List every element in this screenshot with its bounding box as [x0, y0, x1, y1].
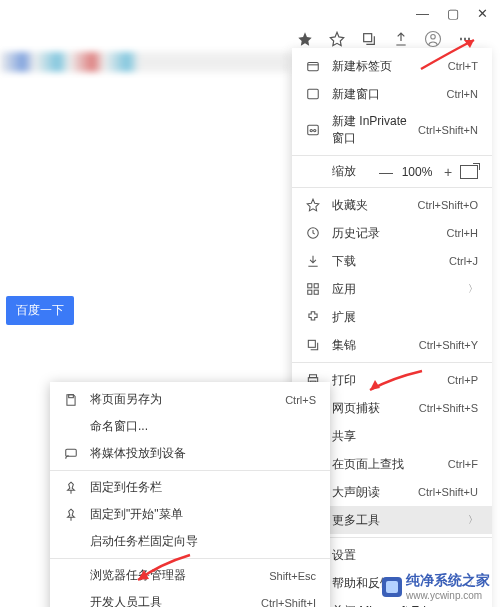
menu-label: 收藏夹: [332, 197, 417, 214]
svg-rect-3: [308, 63, 319, 71]
chevron-right-icon: 〉: [468, 282, 478, 296]
menu-extensions[interactable]: 扩展: [292, 303, 492, 331]
fullscreen-icon[interactable]: [460, 165, 478, 179]
submenu-label: 命名窗口...: [90, 418, 316, 435]
menu-history[interactable]: 历史记录 Ctrl+H: [292, 219, 492, 247]
menu-favorites[interactable]: 收藏夹 Ctrl+Shift+O: [292, 191, 492, 219]
window-icon: [304, 86, 322, 102]
menu-separator: [292, 155, 492, 156]
zoom-out-button[interactable]: —: [374, 164, 398, 180]
blank-icon: [62, 534, 80, 550]
chevron-right-icon: 〉: [468, 513, 478, 527]
close-button[interactable]: ✕: [477, 6, 488, 21]
svg-rect-13: [308, 340, 315, 347]
menu-label: 新建标签页: [332, 58, 448, 75]
menu-label: 大声朗读: [332, 484, 418, 501]
submenu-name-window[interactable]: 命名窗口...: [50, 413, 330, 440]
tab-icon: [304, 58, 322, 74]
svg-rect-0: [364, 34, 372, 42]
menu-label: 扩展: [332, 309, 478, 326]
menu-separator: [50, 558, 330, 559]
zoom-in-button[interactable]: +: [436, 164, 460, 180]
submenu-label: 固定到"开始"菜单: [90, 506, 316, 523]
history-icon: [304, 225, 322, 241]
submenu-label: 固定到任务栏: [90, 479, 316, 496]
menu-downloads[interactable]: 下载 Ctrl+J: [292, 247, 492, 275]
maximize-button[interactable]: ▢: [447, 6, 459, 21]
browser-toolbar: ⋯: [290, 28, 492, 50]
extensions-icon: [304, 309, 322, 325]
zoom-value: 100%: [398, 165, 436, 179]
watermark-url: www.ycwinp.com: [406, 590, 490, 601]
svg-rect-11: [308, 290, 312, 294]
minimize-button[interactable]: —: [416, 6, 429, 21]
submenu-label: 将页面另存为: [90, 391, 285, 408]
menu-new-window[interactable]: 新建窗口 Ctrl+N: [292, 80, 492, 108]
submenu-label: 开发人员工具: [90, 594, 261, 607]
menu-label: 共享: [332, 428, 478, 445]
blank-icon: [62, 568, 80, 584]
pin-icon: [62, 507, 80, 523]
menu-collections[interactable]: 集锦 Ctrl+Shift+Y: [292, 331, 492, 359]
collections-icon[interactable]: [360, 30, 378, 48]
share-icon[interactable]: [392, 30, 410, 48]
svg-rect-4: [308, 89, 319, 98]
apps-icon: [304, 281, 322, 297]
menu-label: 在页面上查找: [332, 456, 448, 473]
menu-apps[interactable]: 应用 〉: [292, 275, 492, 303]
svg-rect-21: [69, 394, 74, 397]
submenu-shortcut: Ctrl+S: [285, 394, 316, 406]
window-controls: — ▢ ✕: [404, 0, 500, 27]
submenu-save-as[interactable]: 将页面另存为 Ctrl+S: [50, 386, 330, 413]
submenu-label: 浏览器任务管理器: [90, 567, 269, 584]
pin-icon: [62, 480, 80, 496]
blurred-content: [0, 52, 290, 72]
svg-rect-9: [308, 284, 312, 288]
menu-shortcut: Ctrl+H: [447, 227, 478, 239]
star-icon: [304, 197, 322, 213]
menu-separator: [50, 470, 330, 471]
watermark-logo-icon: [382, 577, 402, 597]
svg-rect-5: [308, 125, 319, 134]
menu-label: 下载: [332, 253, 449, 270]
menu-new-tab[interactable]: 新建标签页 Ctrl+T: [292, 52, 492, 80]
submenu-label: 启动任务栏固定向导: [90, 533, 316, 550]
submenu-task-manager[interactable]: 浏览器任务管理器 Shift+Esc: [50, 562, 330, 589]
menu-shortcut: Ctrl+P: [447, 374, 478, 386]
submenu-pin-start[interactable]: 固定到"开始"菜单: [50, 501, 330, 528]
menu-shortcut: Ctrl+Shift+O: [417, 199, 478, 211]
menu-label: 网页捕获: [332, 400, 419, 417]
favorite-star-icon[interactable]: [296, 30, 314, 48]
svg-point-7: [314, 129, 316, 131]
submenu-cast[interactable]: 将媒体投放到设备: [50, 440, 330, 467]
blank-icon: [62, 595, 80, 608]
submenu-pin-taskbar[interactable]: 固定到任务栏: [50, 474, 330, 501]
svg-rect-22: [66, 449, 77, 456]
baidu-search-button[interactable]: 百度一下: [6, 296, 74, 325]
submenu-shortcut: Shift+Esc: [269, 570, 316, 582]
submenu-shortcut: Ctrl+Shift+I: [261, 597, 316, 608]
menu-label: 关闭 Microsoft Edge: [332, 603, 478, 608]
zoom-label: 缩放: [332, 163, 374, 180]
menu-label: 设置: [332, 547, 478, 564]
menu-shortcut: Ctrl+Shift+N: [418, 124, 478, 136]
submenu-dev-tools[interactable]: 开发人员工具 Ctrl+Shift+I: [50, 589, 330, 607]
svg-rect-12: [314, 290, 318, 294]
menu-shortcut: Ctrl+Shift+S: [419, 402, 478, 414]
menu-new-inprivate[interactable]: 新建 InPrivate 窗口 Ctrl+Shift+N: [292, 108, 492, 152]
favorites-icon[interactable]: [328, 30, 346, 48]
profile-icon[interactable]: [424, 30, 442, 48]
more-menu-button[interactable]: ⋯: [456, 30, 474, 48]
submenu-label: 将媒体投放到设备: [90, 445, 316, 462]
menu-separator: [292, 187, 492, 188]
submenu-launch-guide[interactable]: 启动任务栏固定向导: [50, 528, 330, 555]
watermark: 纯净系统之家 www.ycwinp.com: [382, 572, 490, 601]
cast-icon: [62, 446, 80, 462]
menu-label: 历史记录: [332, 225, 447, 242]
svg-point-6: [310, 129, 312, 131]
menu-zoom: 缩放 — 100% +: [292, 159, 492, 184]
inprivate-icon: [304, 122, 322, 138]
svg-rect-10: [314, 284, 318, 288]
menu-label: 打印: [332, 372, 447, 389]
save-icon: [62, 392, 80, 408]
